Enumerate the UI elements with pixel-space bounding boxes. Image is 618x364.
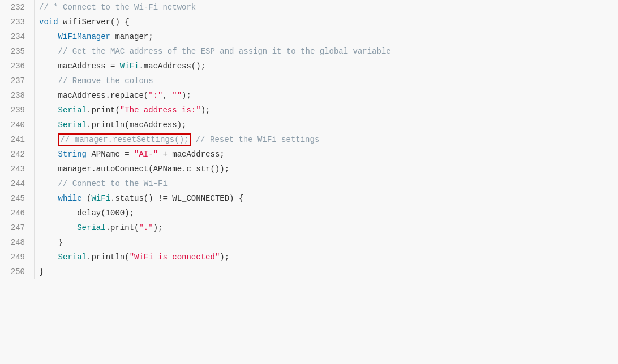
line-content: Serial.println(macAddress); xyxy=(34,118,618,132)
table-row: 240 Serial.println(macAddress); xyxy=(0,118,618,132)
normal-token xyxy=(39,76,58,85)
line-number: 232 xyxy=(0,0,34,15)
normal-token: .status() != WL_CONNECTED) { xyxy=(110,194,243,203)
normal-token: + macAddress; xyxy=(158,150,225,159)
normal-token xyxy=(39,179,58,188)
line-number: 234 xyxy=(0,29,34,44)
normal-token: , xyxy=(162,91,172,100)
line-content: // manager.resetSettings(); // Reset the… xyxy=(34,132,618,147)
normal-token: } xyxy=(39,267,44,276)
line-content: void wifiServer() { xyxy=(34,15,618,29)
normal-token: manager.autoConnect(APName.c_str()); xyxy=(39,164,229,174)
line-content: Serial.print("."); xyxy=(34,220,618,235)
string-token: "WiFi is connected" xyxy=(130,253,220,262)
normal-token: } xyxy=(39,238,63,247)
line-content: macAddress = WiFi.macAddress(); xyxy=(34,59,618,73)
line-content: // Connect to the Wi-Fi xyxy=(34,176,618,191)
line-number: 239 xyxy=(0,103,34,118)
normal-token: ); xyxy=(201,106,211,115)
line-content: Serial.println("WiFi is connected"); xyxy=(34,250,618,265)
object-token: WiFi xyxy=(120,62,139,71)
normal-token xyxy=(39,106,58,115)
highlighted-comment: // manager.resetSettings(); xyxy=(58,133,191,146)
object-token: Serial xyxy=(58,120,87,129)
object-token: WiFi xyxy=(91,194,110,203)
line-number: 248 xyxy=(0,235,34,250)
keyword-token: while xyxy=(58,194,82,203)
normal-token: .print( xyxy=(106,223,139,232)
line-content: manager.autoConnect(APName.c_str()); xyxy=(34,162,618,176)
normal-token: APName = xyxy=(87,150,134,159)
line-number: 241 xyxy=(0,132,34,147)
normal-token: .println(macAddress); xyxy=(87,120,186,129)
table-row: 248 } xyxy=(0,235,618,250)
normal-token: macAddress = xyxy=(39,62,120,71)
normal-token xyxy=(39,150,58,159)
normal-token: .print( xyxy=(87,106,120,115)
line-number: 233 xyxy=(0,15,34,29)
table-row: 243 manager.autoConnect(APName.c_str()); xyxy=(0,162,618,176)
code-lines: 232// * Connect to the Wi-Fi network233v… xyxy=(0,0,618,279)
comment-token: // * Connect to the Wi-Fi network xyxy=(39,3,196,12)
table-row: 236 macAddress = WiFi.macAddress(); xyxy=(0,59,618,73)
line-content: macAddress.replace(":", ""); xyxy=(34,88,618,103)
normal-token: wifiServer() { xyxy=(63,18,130,27)
line-number: 250 xyxy=(0,265,34,279)
normal-token xyxy=(39,47,58,56)
line-number: 246 xyxy=(0,206,34,220)
code-editor: 232// * Connect to the Wi-Fi network233v… xyxy=(0,0,618,364)
table-row: 235 // Get the MAC address of the ESP an… xyxy=(0,44,618,59)
table-row: 244 // Connect to the Wi-Fi xyxy=(0,176,618,191)
comment-token: // Get the MAC address of the ESP and as… xyxy=(58,47,391,56)
line-number: 249 xyxy=(0,250,34,265)
line-number: 242 xyxy=(0,147,34,162)
normal-token: ( xyxy=(82,194,92,203)
normal-token: manager; xyxy=(110,32,153,41)
line-content: } xyxy=(34,235,618,250)
table-row: 233void wifiServer() { xyxy=(0,15,618,29)
keyword-token: void xyxy=(39,18,63,27)
normal-token: .macAddress(); xyxy=(139,62,205,71)
comment-token: // Connect to the Wi-Fi xyxy=(58,179,168,188)
normal-token xyxy=(39,253,58,262)
normal-token: ); xyxy=(153,223,163,232)
normal-token: macAddress.replace( xyxy=(39,91,148,100)
table-row: 245 while (WiFi.status() != WL_CONNECTED… xyxy=(0,191,618,206)
normal-token: ); xyxy=(182,91,191,100)
table-row: 234 WiFiManager manager; xyxy=(0,29,618,44)
string-token: "." xyxy=(139,223,153,232)
line-content: Serial.print("The address is:"); xyxy=(34,103,618,118)
line-number: 245 xyxy=(0,191,34,206)
string-token: ":" xyxy=(148,91,162,100)
line-content: // Remove the colons xyxy=(34,73,618,88)
object-token: Serial xyxy=(77,223,105,232)
normal-token: ); xyxy=(220,253,229,262)
normal-token: .println( xyxy=(87,253,130,262)
normal-token xyxy=(39,194,58,203)
line-content: } xyxy=(34,265,618,279)
normal-token xyxy=(39,32,58,41)
type-token: WiFiManager xyxy=(58,32,110,41)
line-number: 237 xyxy=(0,73,34,88)
line-content: delay(1000); xyxy=(34,206,618,220)
table-row: 246 delay(1000); xyxy=(0,206,618,220)
table-row: 239 Serial.print("The address is:"); xyxy=(0,103,618,118)
table-row: 232// * Connect to the Wi-Fi network xyxy=(0,0,618,15)
string-token: "" xyxy=(172,91,182,100)
object-token: Serial xyxy=(58,253,87,262)
string-token: "The address is:" xyxy=(120,106,201,115)
normal-token: delay(1000); xyxy=(39,209,134,218)
line-number: 235 xyxy=(0,44,34,59)
table-row: 241 // manager.resetSettings(); // Reset… xyxy=(0,132,618,147)
string-token: "AI-" xyxy=(134,150,158,159)
normal-token xyxy=(39,223,77,232)
table-row: 242 String APName = "AI-" + macAddress; xyxy=(0,147,618,162)
normal-token xyxy=(191,135,195,144)
comment-token: // Reset the WiFi settings xyxy=(196,135,319,144)
table-row: 237 // Remove the colons xyxy=(0,73,618,88)
line-number: 244 xyxy=(0,176,34,191)
normal-token xyxy=(39,120,58,129)
line-content: while (WiFi.status() != WL_CONNECTED) { xyxy=(34,191,618,206)
table-row: 238 macAddress.replace(":", ""); xyxy=(0,88,618,103)
line-number: 240 xyxy=(0,118,34,132)
